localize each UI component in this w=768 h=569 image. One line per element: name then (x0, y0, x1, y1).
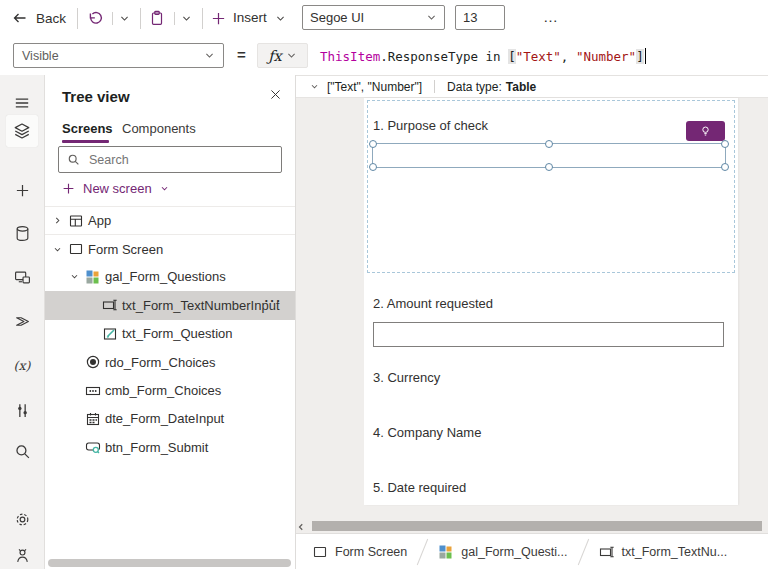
breadcrumb-separator (417, 538, 428, 564)
rail-settings-button[interactable] (6, 503, 38, 535)
text-input-control[interactable] (373, 322, 724, 347)
selection-handle[interactable] (721, 163, 729, 171)
tree-item-rdo_Form_Choices[interactable]: rdo_Form_Choices (45, 348, 295, 376)
selection-handle[interactable] (545, 163, 553, 171)
tree-item-gal_Form_Questions[interactable]: gal_Form_Questions (45, 263, 295, 291)
text-input-icon (599, 544, 615, 560)
formula-token: [ (508, 49, 516, 64)
tree-item-btn_Form_Submit[interactable]: btn_Form_Submit (45, 433, 295, 461)
tree-item-txt_Form_Question[interactable]: txt_Form_Question (45, 320, 295, 348)
robot-icon (14, 547, 31, 564)
breadcrumb-item-txt_Form_TextNu...[interactable]: txt_Form_TextNu... (599, 544, 728, 560)
font-family-value: Segoe UI (310, 10, 364, 25)
gallery-icon (85, 269, 101, 285)
selected-text-input-control[interactable] (372, 143, 726, 168)
undo-button[interactable] (87, 10, 104, 27)
tree-item-cmb_Form_Choices[interactable]: cmb_Form_Choices (45, 376, 295, 404)
selection-handle[interactable] (721, 140, 729, 148)
rail-insert-button[interactable] (6, 174, 38, 206)
tree-item-Form Screen[interactable]: Form Screen (45, 234, 295, 262)
tree-view-icon (13, 122, 31, 140)
font-family-select[interactable]: Segoe UI (302, 5, 445, 30)
property-select[interactable]: Visible (13, 43, 224, 68)
font-size-value: 13 (463, 10, 477, 25)
formula-input[interactable]: ThisItem.ResponseType in ["Text", "Numbe… (320, 43, 646, 69)
insert-plus-icon[interactable] (211, 11, 226, 26)
controls-icon (14, 402, 31, 419)
tree-item-label: App (88, 213, 111, 228)
rail-virtual-agent-button[interactable] (6, 539, 38, 569)
paste-button[interactable] (149, 10, 165, 26)
radio-icon (85, 354, 101, 370)
tree-expand-toggle[interactable] (50, 216, 64, 225)
tab-components[interactable]: Components (122, 121, 196, 136)
canvas-scrollbar-thumb[interactable] (312, 521, 762, 531)
item-more-button[interactable]: ··· (265, 293, 283, 308)
breadcrumb-item-gal_Form_Questi...[interactable]: gal_Form_Questi... (438, 544, 567, 560)
ideas-button[interactable] (686, 121, 725, 141)
tab-screens[interactable]: Screens (62, 121, 113, 136)
tree-item-label: txt_Form_TextNumberInput (122, 298, 280, 313)
top-toolbar: Back Insert Segoe UI 13 … (0, 0, 768, 38)
canvas-area: 1. Purpose of check2. Amount requested3.… (296, 98, 768, 520)
formula-token: ] (636, 49, 644, 64)
canvas-question-label-5[interactable]: 5. Date required (373, 480, 466, 495)
insert-button[interactable]: Insert (233, 10, 267, 25)
rail-data-button[interactable] (6, 217, 38, 249)
tree-item-txt_Form_TextNumberInput[interactable]: txt_Form_TextNumberInput··· (45, 291, 295, 319)
chevron-down-icon (204, 50, 215, 61)
rail-tree-view-button[interactable] (6, 115, 38, 147)
button-icon (85, 439, 101, 455)
hamburger-icon (13, 94, 31, 112)
label-icon (102, 326, 118, 342)
rail-advanced-tools-button[interactable] (6, 394, 38, 426)
canvas-question-label-3[interactable]: 3. Currency (373, 370, 440, 385)
rail-media-button[interactable] (6, 261, 38, 293)
app-icon (68, 213, 84, 229)
rail-power-automate-button[interactable] (6, 305, 38, 337)
canvas-horizontal-scrollbar (296, 520, 768, 533)
canvas-question-label-2[interactable]: 2. Amount requested (373, 296, 493, 311)
tree-item-App[interactable]: App (45, 206, 295, 234)
scroll-left-icon[interactable] (297, 523, 305, 531)
tree-view-title: Tree view (62, 88, 130, 105)
formula-bar: Visible = ƒx ThisItem.ResponseType in ["… (0, 37, 768, 76)
breadcrumb-item-Form Screen[interactable]: Form Screen (312, 544, 407, 560)
toolbar-divider (174, 12, 175, 25)
app-screen-canvas[interactable]: 1. Purpose of check2. Amount requested3.… (364, 98, 738, 505)
paste-menu-chevron-down-icon[interactable] (181, 13, 192, 24)
tree-item-label: rdo_Form_Choices (105, 355, 216, 370)
search-input[interactable] (87, 152, 273, 168)
canvas-question-label-1[interactable]: 1. Purpose of check (373, 118, 488, 133)
plus-icon (62, 182, 75, 195)
result-divider (434, 80, 435, 93)
close-icon[interactable] (269, 88, 282, 101)
tree-horizontal-scrollbar[interactable] (48, 559, 291, 567)
back-button[interactable]: Back (12, 0, 66, 36)
tree-expand-toggle[interactable] (50, 245, 64, 254)
fx-button[interactable]: ƒx (257, 43, 308, 68)
selection-handle[interactable] (369, 163, 377, 171)
tree-expand-toggle[interactable] (67, 272, 81, 281)
tree-item-dte_Form_DateInput[interactable]: dte_Form_DateInput (45, 405, 295, 433)
toolbar-divider (77, 8, 78, 29)
toolbar-overflow-button[interactable]: … (543, 8, 559, 25)
selection-handle[interactable] (545, 140, 553, 148)
search-icon (14, 443, 31, 460)
back-arrow-icon (12, 10, 28, 26)
active-tab-indicator (62, 140, 109, 143)
formula-token: , (561, 49, 576, 64)
new-screen-button[interactable]: New screen (62, 181, 169, 196)
tree-view-panel: Tree view Screens Components New screen … (45, 75, 296, 569)
undo-menu-chevron-down-icon[interactable] (119, 13, 130, 24)
rail-variables-button[interactable]: (x) (6, 350, 38, 382)
canvas-question-label-4[interactable]: 4. Company Name (373, 425, 481, 440)
selection-handle[interactable] (369, 140, 377, 148)
insert-chevron-down-icon[interactable] (275, 13, 286, 24)
breadcrumb-label: gal_Form_Questi... (461, 545, 567, 559)
plus-icon (15, 183, 30, 198)
rail-search-button[interactable] (6, 435, 38, 467)
tree-search-box (58, 146, 282, 173)
font-size-input[interactable]: 13 (455, 5, 505, 30)
result-expand-chevron-down-icon[interactable] (310, 82, 319, 91)
